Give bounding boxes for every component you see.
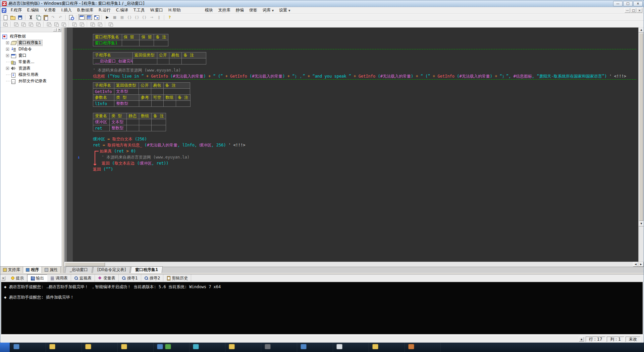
scroll-down-button[interactable]: ▼ [639,221,644,226]
table-cell[interactable] [122,40,140,46]
table-cell[interactable] [157,58,169,64]
table-cell[interactable]: 窗口程序集1 [93,40,122,46]
make-same-size-button[interactable] [60,21,67,27]
menu-item[interactable]: 支持库 [216,7,233,13]
menu-item[interactable]: F.程序 [8,7,24,13]
table-cell[interactable] [127,119,139,125]
tree-expander[interactable]: + [6,48,9,51]
scroll-up-button[interactable]: ▲ [639,28,644,33]
code-line[interactable]: 返回 (取文本左边 (缓冲区, ret)) [93,160,638,166]
redo-button[interactable]: ↷ [49,14,57,20]
taskbar-item[interactable] [10,343,46,352]
table-cell[interactable] [139,119,152,125]
maximize-button[interactable]: □ [623,1,633,6]
table-cell[interactable]: ret [93,125,110,131]
comment-line[interactable]: ' 本源码来自易语言资源网 (www.eyuyan.la) [93,67,638,73]
run-button[interactable]: ▶ [104,14,111,20]
table-cell[interactable] [164,101,176,107]
space-across-button[interactable] [89,21,96,27]
taskbar-item[interactable] [46,343,82,352]
vertical-scroll-thumb[interactable] [639,33,643,221]
code-line[interactable]: ret = 取得地方有关信息_ (#无法载入的常量, lInfo, 缓冲区, 2… [93,142,638,148]
panel-close-button[interactable]: × [57,28,61,32]
align-left-button[interactable] [12,21,20,27]
table-cell[interactable]: lInfo [93,101,114,107]
table-cell[interactable] [181,58,206,64]
tree-item[interactable]: 常量表... [0,59,62,65]
panel-tab-监视表[interactable]: 监视表 [71,274,95,282]
table-cell[interactable] [132,58,157,64]
mdi-close-button[interactable]: × [637,8,642,13]
menu-item[interactable]: B.数据库 [74,7,96,13]
tree-item[interactable]: +Dll命令 [0,46,62,52]
table-cell[interactable]: 整数型 [114,101,139,107]
status-collapse-button[interactable]: ▲ [579,337,584,342]
code-line[interactable]: 缓冲区 = 取空白文本 (256) [93,136,638,142]
cut-button[interactable] [27,14,35,20]
table-cell[interactable]: 文本型 [110,119,127,125]
tree-item[interactable]: +资源表 [0,65,62,72]
tree-root[interactable]: 程序数据 [0,33,62,40]
msgbox-line[interactable]: 信息框 (“You live in ” + GetInfo (#无法载入的常量)… [93,73,638,79]
table-cell[interactable]: __启动窗口_创建完毕 [93,58,133,64]
panel-tab-调用表[interactable]: 调用表 [47,274,71,282]
menu-item[interactable]: 便签 [247,7,260,13]
layout-single-button[interactable] [78,14,86,20]
open-file-button[interactable] [9,14,16,20]
tree-item[interactable]: +窗口程序集1 [0,40,62,46]
code-line[interactable]: 如果真 (ret > 0) [93,148,638,154]
layout-split-button[interactable] [86,14,93,20]
menu-item[interactable]: W.窗口 [148,7,166,13]
table-cell[interactable] [151,125,166,131]
editor-horizontal-scrollbar[interactable]: ◀ ▶ [64,262,644,267]
tree-expander[interactable]: + [6,54,9,57]
table-cell[interactable] [139,89,151,95]
mdi-minimize-button[interactable]: — [625,8,630,13]
editor-tab[interactable]: [Dll命令定义表] [93,266,131,273]
table-cell[interactable]: 缓冲区 [93,119,110,125]
taskbar-item[interactable] [118,343,154,352]
table-cell[interactable] [139,125,152,131]
menu-item[interactable]: H.帮助 [166,7,183,13]
menu-item[interactable]: R.运行 [96,7,113,13]
debug-assembly-button[interactable]: ▦ [118,14,126,20]
table-cell[interactable]: 整数型 [110,125,127,131]
output-close-button[interactable]: × [1,276,5,280]
menu-item[interactable]: I.插入 [59,7,74,13]
close-button[interactable]: × [633,1,643,6]
start-button[interactable] [0,343,10,352]
table-cell[interactable] [127,125,139,131]
left-tab-属性[interactable]: 属性 [42,267,61,273]
table-cell[interactable] [140,40,154,46]
table-cell[interactable] [176,101,191,107]
output-console[interactable]: ◆ 易语言助手提醒您: .易语言助手加载完毕！ ，智能编译开启成功！ 当前易版本… [1,282,643,335]
center-horizontal-button[interactable] [71,21,78,27]
taskbar-item[interactable] [82,343,118,352]
horizontal-scroll-thumb[interactable] [65,262,105,266]
center-vertical-button[interactable] [78,21,86,27]
table-cell[interactable]: GetInfo [93,89,114,95]
tab-order-button[interactable] [107,21,114,27]
align-bottom-button[interactable] [35,21,42,27]
menu-item[interactable]: 设置▼ [276,7,293,13]
space-down-button[interactable] [96,21,104,27]
pause-button[interactable]: ‖ [155,14,163,20]
code-line[interactable]: ' 本源码来自易语言资源网 (www.eyuyan.la) [93,154,638,160]
layout-quad-button[interactable] [93,14,100,20]
tree-item[interactable]: 模块引用表 [0,72,62,78]
menu-item[interactable]: 静编 [233,7,247,13]
menu-item[interactable]: V.查看 [42,7,58,13]
table-cell[interactable] [139,101,151,107]
editor-tab[interactable]: _启动窗口 [65,266,93,273]
panel-tab-输出[interactable]: 输出 [27,274,47,282]
table-cell[interactable]: 文本型 [114,89,139,95]
panel-tab-剪辑历史[interactable]: 剪辑历史 [163,274,191,282]
tree-expander[interactable]: + [6,41,9,44]
align-right-button[interactable] [20,21,27,27]
help-button[interactable]: ? [166,14,173,20]
editor-tab[interactable]: 窗口程序集1 [130,266,163,273]
step-into-button[interactable]: {} [126,14,133,20]
paste-button[interactable] [42,14,49,20]
taskbar-item[interactable] [333,343,369,352]
taskbar-item[interactable] [297,343,333,352]
